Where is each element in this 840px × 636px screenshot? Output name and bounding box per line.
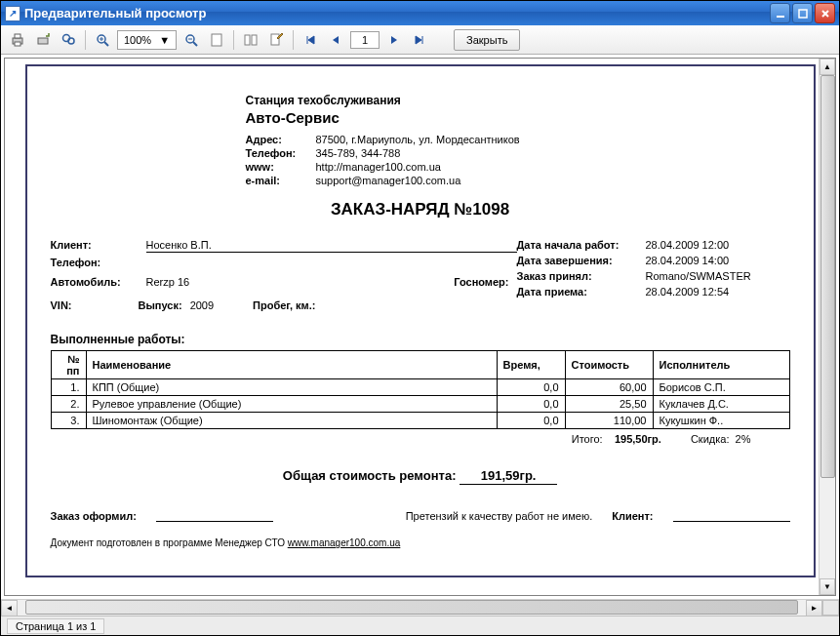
svg-rect-4 xyxy=(15,42,20,46)
scroll-thumb-h[interactable] xyxy=(25,600,798,615)
end-date-label: Дата завершения: xyxy=(517,255,646,266)
window-title: Предварительный просмотр xyxy=(24,6,770,20)
works-section-title: Выполненные работы: xyxy=(51,333,790,346)
address-value: 87500, г.Мариуполь, ул. Мордесантников xyxy=(316,134,520,145)
email-value: support@manager100.com.ua xyxy=(316,175,461,186)
last-page-button[interactable] xyxy=(409,29,430,51)
www-label: www: xyxy=(246,161,316,173)
works-table: № пп Наименование Время, Стоимость Испол… xyxy=(51,350,790,429)
table-row: 3. Шиномонтаж (Общие) 0,0 110,00 Кукушки… xyxy=(51,413,789,429)
phone-label: Телефон: xyxy=(246,147,316,159)
issued-signature-line xyxy=(156,508,273,522)
client-signature-line xyxy=(673,508,790,522)
document-title: ЗАКАЗ-НАРЯД №1098 xyxy=(51,200,790,219)
page-preview: Станция техобслуживания Авто-Сервис Адре… xyxy=(25,64,816,577)
table-row: 2. Рулевое управление (Общие) 0,0 25,50 … xyxy=(51,396,789,413)
svg-line-13 xyxy=(193,42,197,46)
received-label: Дата приема: xyxy=(517,286,646,298)
toolbar: 100% ▼ Закрыть xyxy=(1,25,839,55)
client-phone-value xyxy=(146,257,517,268)
two-page-button[interactable] xyxy=(240,29,261,51)
year-label: Выпуск: xyxy=(139,299,182,311)
discount-label: Скидка: xyxy=(691,433,730,445)
email-label: e-mail: xyxy=(246,175,316,186)
zoom-select[interactable]: 100% ▼ xyxy=(117,30,177,50)
col-name: Наименование xyxy=(86,351,497,379)
print-button[interactable] xyxy=(7,29,28,51)
preview-area: Станция техобслуживания Авто-Сервис Адре… xyxy=(4,58,836,596)
app-icon: ↗ xyxy=(5,6,20,21)
edit-page-button[interactable] xyxy=(265,29,287,51)
phone-value: 345-789, 344-788 xyxy=(316,147,401,159)
car-label: Автомобиль: xyxy=(51,276,146,288)
export-button[interactable] xyxy=(32,29,54,51)
station-label: Станция техобслуживания xyxy=(246,94,790,107)
start-date-value: 28.04.2009 12:00 xyxy=(646,239,730,251)
svg-rect-15 xyxy=(212,34,221,46)
claims-text: Претензий к качеству работ не имею. xyxy=(406,510,593,522)
grand-total-label: Общая стоимость ремонта: xyxy=(283,468,457,483)
year-value: 2009 xyxy=(190,299,214,311)
status-bar: Страница 1 из 1 xyxy=(1,616,839,635)
find-button[interactable] xyxy=(58,29,79,51)
itogo-value: 195,50гр. xyxy=(615,433,661,445)
client-phone-label: Телефон: xyxy=(51,257,146,268)
zoom-out-button[interactable] xyxy=(180,29,202,51)
col-num: № пп xyxy=(51,351,86,379)
scroll-down-button[interactable]: ▼ xyxy=(820,578,835,595)
client-value: Носенко В.П. xyxy=(146,239,517,253)
company-name: Авто-Сервис xyxy=(246,109,790,126)
accepted-value: Romano/SWMASTER xyxy=(646,270,751,282)
chevron-down-icon[interactable]: ▼ xyxy=(155,34,174,46)
col-exec: Исполнитель xyxy=(653,351,789,379)
car-value: Rerzp 16 xyxy=(146,276,190,288)
table-row: 1. КПП (Общие) 0,0 60,00 Борисов С.П. xyxy=(51,379,789,396)
fit-page-button[interactable] xyxy=(206,29,227,51)
close-window-button[interactable] xyxy=(815,3,835,23)
col-cost: Стоимость xyxy=(565,351,653,379)
first-page-button[interactable] xyxy=(300,29,321,51)
horizontal-scrollbar[interactable]: ◄ ► xyxy=(1,599,839,616)
vertical-scrollbar[interactable]: ▲ ▼ xyxy=(819,59,835,595)
accepted-label: Заказ принял: xyxy=(517,270,646,282)
prev-page-button[interactable] xyxy=(325,29,346,51)
svg-rect-1 xyxy=(799,10,807,18)
vin-label: VIN: xyxy=(51,299,100,311)
client-label: Клиент: xyxy=(51,239,146,253)
footnote: Документ подготовлен в программе Менедже… xyxy=(51,537,790,548)
svg-rect-3 xyxy=(15,34,20,38)
end-date-value: 28.04.2009 14:00 xyxy=(646,255,730,266)
scroll-left-button[interactable]: ◄ xyxy=(1,600,18,616)
received-value: 28.04.2009 12:54 xyxy=(646,286,730,298)
issued-label: Заказ оформил: xyxy=(51,510,137,522)
svg-rect-16 xyxy=(245,35,250,45)
maximize-button[interactable] xyxy=(792,3,813,23)
footnote-link: www.manager100.com.ua xyxy=(288,537,401,548)
discount-value: 2% xyxy=(736,433,751,445)
client-sign-label: Клиент: xyxy=(612,510,653,522)
svg-rect-5 xyxy=(38,38,48,44)
svg-line-9 xyxy=(104,42,108,46)
www-value: http://manager100.com.ua xyxy=(316,161,441,173)
svg-rect-0 xyxy=(777,16,784,18)
scroll-thumb[interactable] xyxy=(820,75,835,478)
grand-total-value: 191,59гр. xyxy=(460,468,557,485)
start-date-label: Дата начала работ: xyxy=(517,239,646,251)
close-button[interactable]: Закрыть xyxy=(454,29,520,51)
scroll-right-button[interactable]: ► xyxy=(806,600,822,616)
mileage-label: Пробег, км.: xyxy=(253,299,315,311)
col-time: Время, xyxy=(497,351,565,379)
title-bar: ↗ Предварительный просмотр xyxy=(1,1,839,25)
svg-rect-17 xyxy=(252,35,257,45)
minimize-button[interactable] xyxy=(770,3,790,23)
scroll-up-button[interactable]: ▲ xyxy=(820,59,835,75)
itogo-label: Итого: xyxy=(572,433,603,445)
gosnomer-label: Госномер: xyxy=(454,276,508,288)
page-input[interactable] xyxy=(350,31,380,49)
zoom-value: 100% xyxy=(120,34,155,46)
next-page-button[interactable] xyxy=(383,29,405,51)
address-label: Адрес: xyxy=(246,134,316,145)
zoom-in-button[interactable] xyxy=(92,29,113,51)
status-page: Страница 1 из 1 xyxy=(7,618,104,634)
